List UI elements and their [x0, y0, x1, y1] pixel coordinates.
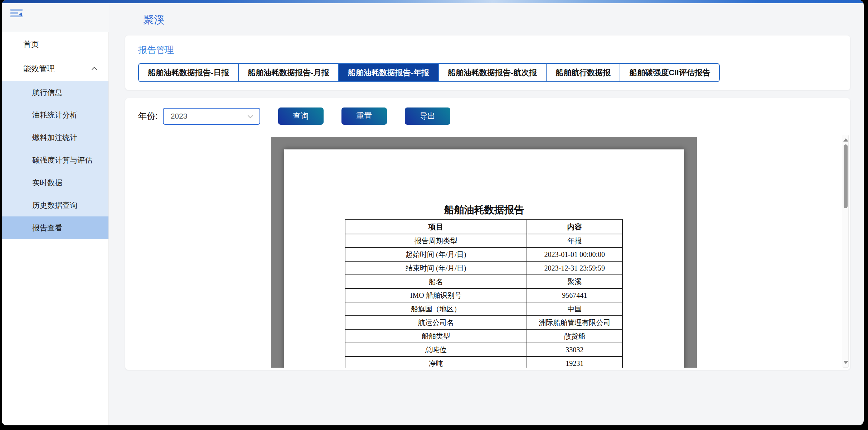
table-row: 船旗国（地区）中国 — [345, 302, 622, 316]
report-tab[interactable]: 船舶油耗数据报告-日报 — [139, 64, 238, 81]
sidebar-subitem[interactable]: 历史数据查询 — [2, 194, 108, 216]
sidebar-subitem[interactable]: 报告查看 — [2, 216, 108, 239]
table-cell: 船名 — [345, 275, 527, 288]
chevron-up-icon — [92, 67, 97, 72]
year-select[interactable]: 2023 — [163, 108, 260, 125]
sidebar-subitem[interactable]: 油耗统计分析 — [2, 104, 108, 126]
sidebar-item-label: 能效管理 — [23, 63, 55, 74]
page-header: 聚溪 — [109, 3, 864, 35]
report-management-title: 报告管理 — [138, 44, 837, 56]
sidebar-subitem[interactable]: 实时数据 — [2, 171, 108, 194]
report-tab-group: 船舶油耗数据报告-日报船舶油耗数据报告-月报船舶油耗数据报告-年报船舶油耗数据报… — [138, 63, 720, 82]
report-tab[interactable]: 船舶油耗数据报告-月报 — [238, 64, 338, 81]
main-area: 聚溪 报告管理 船舶油耗数据报告-日报船舶油耗数据报告-月报船舶油耗数据报告-年… — [109, 3, 864, 425]
table-row: 航运公司名洲际船舶管理有限公司 — [345, 316, 622, 329]
query-button[interactable]: 查询 — [278, 108, 324, 125]
sidebar-item-energy-management[interactable]: 能效管理 — [2, 57, 108, 81]
sidebar-submenu: 航行信息油耗统计分析燃料加注统计碳强度计算与评估实时数据历史数据查询报告查看 — [2, 81, 108, 239]
chevron-down-icon — [247, 113, 253, 118]
report-tab[interactable]: 船舶油耗数据报告-年报 — [338, 64, 438, 81]
report-tab[interactable]: 船舶油耗数据报告-航次报 — [438, 64, 546, 81]
table-cell: 9567441 — [527, 288, 622, 302]
table-cell: 起始时间 (年/月/日) — [345, 248, 527, 261]
scrollbar-thumb[interactable] — [844, 144, 848, 208]
report-tab[interactable]: 船舶航行数据报 — [546, 64, 620, 81]
menu-bar-line — [10, 9, 23, 11]
sidebar-header — [2, 3, 109, 32]
filter-buttons: 查询重置导出 — [260, 108, 450, 125]
report-management-card: 报告管理 船舶油耗数据报告-日报船舶油耗数据报告-月报船舶油耗数据报告-年报船舶… — [125, 35, 850, 90]
table-row: 起始时间 (年/月/日)2023-01-01 00:00:00 — [345, 248, 622, 261]
table-body: 报告周期类型年报起始时间 (年/月/日)2023-01-01 00:00:00结… — [345, 234, 622, 368]
year-label: 年份: — [138, 110, 158, 122]
sidebar: 首页 能效管理 航行信息油耗统计分析燃料加注统计碳强度计算与评估实时数据历史数据… — [2, 3, 109, 425]
pdf-report-title: 船舶油耗数据报告 — [284, 203, 684, 217]
table-cell: 33032 — [527, 343, 622, 357]
table-row: IMO 船舶识别号9567441 — [345, 288, 622, 302]
table-cell: 总吨位 — [345, 343, 527, 357]
table-row: 船名聚溪 — [345, 275, 622, 288]
table-row: 报告周期类型年报 — [345, 234, 622, 248]
table-row: 净吨19231 — [345, 357, 622, 368]
year-select-value: 2023 — [171, 112, 188, 120]
table-cell: 2023-12-31 23:59:59 — [527, 261, 622, 275]
table-cell: 航运公司名 — [345, 316, 527, 329]
sidebar-subitem[interactable]: 碳强度计算与评估 — [2, 149, 108, 171]
top-gradient-bar — [2, 0, 864, 3]
table-cell: 聚溪 — [527, 275, 622, 288]
report-content-card: 年份: 2023 查询重置导出 船舶油耗数据报告 项目 内容 报告周期类型年报起… — [125, 98, 850, 370]
table-cell: 2023-01-01 00:00:00 — [527, 248, 622, 261]
app-window: 首页 能效管理 航行信息油耗统计分析燃料加注统计碳强度计算与评估实时数据历史数据… — [2, 0, 864, 425]
export-button[interactable]: 导出 — [405, 108, 450, 125]
table-cell: IMO 船舶识别号 — [345, 288, 527, 302]
pdf-report-table: 项目 内容 报告周期类型年报起始时间 (年/月/日)2023-01-01 00:… — [345, 219, 623, 368]
table-cell: 散货船 — [527, 329, 622, 343]
column-header-item: 项目 — [345, 219, 527, 234]
sidebar-menu: 首页 能效管理 航行信息油耗统计分析燃料加注统计碳强度计算与评估实时数据历史数据… — [2, 32, 109, 425]
table-cell: 净吨 — [345, 357, 527, 368]
pdf-page: 船舶油耗数据报告 项目 内容 报告周期类型年报起始时间 (年/月/日)2023-… — [284, 149, 684, 368]
table-row: 结束时间 (年/月/日)2023-12-31 23:59:59 — [345, 261, 622, 275]
pdf-viewer[interactable]: 船舶油耗数据报告 项目 内容 报告周期类型年报起始时间 (年/月/日)2023-… — [271, 137, 697, 368]
table-row: 总吨位33032 — [345, 343, 622, 357]
table-cell: 中国 — [527, 302, 622, 316]
sidebar-subitem[interactable]: 燃料加注统计 — [2, 126, 108, 149]
table-header-row: 项目 内容 — [345, 219, 622, 234]
table-cell: 船旗国（地区） — [345, 302, 527, 316]
table-cell: 船舶类型 — [345, 329, 527, 343]
table-cell: 洲际船舶管理有限公司 — [527, 316, 622, 329]
table-cell: 报告周期类型 — [345, 234, 527, 248]
sidebar-item-home[interactable]: 首页 — [2, 32, 108, 57]
page-title: 聚溪 — [143, 13, 864, 27]
column-header-content: 内容 — [527, 219, 622, 234]
report-tab[interactable]: 船舶碳强度CII评估报告 — [620, 64, 719, 81]
table-cell: 结束时间 (年/月/日) — [345, 261, 527, 275]
table-row: 船舶类型散货船 — [345, 329, 622, 343]
vertical-scrollbar[interactable] — [843, 135, 849, 368]
scroll-down-arrow-icon[interactable] — [843, 361, 848, 364]
menu-bar-line — [10, 12, 18, 14]
table-cell: 年报 — [527, 234, 622, 248]
fold-arrow-icon — [19, 13, 22, 16]
collapse-menu-icon[interactable] — [10, 9, 23, 19]
table-cell: 19231 — [527, 357, 622, 368]
filter-row: 年份: 2023 查询重置导出 — [138, 108, 837, 125]
scroll-up-arrow-icon[interactable] — [843, 138, 848, 142]
sidebar-subitem[interactable]: 航行信息 — [2, 81, 108, 104]
reset-button[interactable]: 重置 — [341, 108, 387, 125]
